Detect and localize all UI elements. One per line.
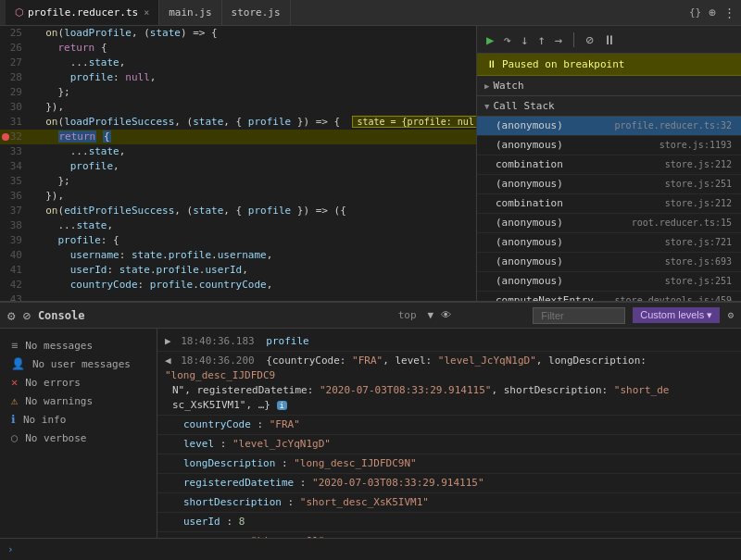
tab-bar: ⬡ profile.reducer.ts × main.js store.js …: [0, 0, 741, 26]
step-out-btn[interactable]: ↑: [535, 31, 546, 49]
code-lines: 25 on(loadProfile, (state) => { 26 retur…: [0, 26, 476, 307]
callstack-arrow-icon: ▼: [484, 102, 489, 111]
more-icon[interactable]: ⋮: [723, 6, 735, 19]
line-content-27: ...state,: [30, 56, 476, 70]
filter-info-label: No info: [23, 414, 66, 426]
line-num-42: 42: [0, 278, 30, 292]
stack-item-5[interactable]: (anonymous) root.reducer.ts:15: [477, 214, 741, 233]
tab-label: profile.reducer.ts: [28, 6, 138, 19]
expand-arrow-1[interactable]: ◀: [165, 355, 171, 367]
msg-content-0: profile: [266, 335, 308, 347]
line-content-41: userId: state.profile.userId,: [30, 263, 476, 278]
field-sep-userid: :: [226, 516, 238, 528]
code-line-39: 39 profile: {: [0, 233, 476, 248]
filter-all-label: No messages: [25, 340, 93, 352]
field-val-shortdesc: "short_desc_XsK5IVM1": [300, 496, 429, 508]
stack-fn-4: combination: [496, 196, 563, 211]
filter-all[interactable]: ≡ No messages: [0, 336, 157, 355]
filter-user-label: No user messages: [32, 358, 131, 370]
warning-icon: ⚠: [11, 394, 18, 407]
line-content-31: on(loadProfileSuccess, (state, { profile…: [30, 115, 476, 130]
line-content-42: countryCode: profile.countryCode,: [30, 278, 476, 292]
step-over-btn[interactable]: ↷: [501, 31, 512, 49]
stack-item-7[interactable]: (anonymous) store.js:693: [477, 253, 741, 272]
console-settings-icon[interactable]: ⚙: [7, 308, 15, 323]
paused-banner: ⏸ Paused on breakpoint: [477, 54, 741, 76]
console-field-country: countryCode : "FRA": [157, 416, 741, 435]
line-content-32: return {: [30, 130, 476, 144]
expand-arrow-0[interactable]: ▶: [165, 335, 171, 347]
stack-file-5: root.reducer.ts:15: [632, 216, 732, 230]
stack-file-6: store.js:721: [665, 235, 732, 250]
filter-user[interactable]: 👤 No user messages: [0, 355, 157, 373]
filter-warning[interactable]: ⚠ No warnings: [0, 392, 157, 410]
info-icon: ℹ: [11, 413, 16, 426]
line-num-33: 33: [0, 144, 30, 159]
line-content-33: ...state,: [30, 144, 476, 159]
console-toolbar: ⚙ ⊘ Console top ▼ 👁 Custom levels ▾ ⚙: [0, 303, 741, 329]
field-val-level: "level_JcYqN1gD": [232, 438, 331, 450]
tab-label-2: main.js: [169, 6, 211, 19]
tab-main-js[interactable]: main.js: [159, 0, 221, 25]
breakpoint-indicator[interactable]: [2, 133, 9, 141]
line-content-26: return {: [30, 41, 476, 56]
stack-item-0[interactable]: (anonymous) profile.reducer.ts:32: [477, 117, 741, 136]
pause-btn[interactable]: ⏸: [601, 31, 618, 49]
stack-item-2[interactable]: combination store.js:212: [477, 156, 741, 175]
stack-file-1: store.js:1193: [659, 138, 732, 153]
filter-info[interactable]: ℹ No info: [0, 410, 157, 429]
stack-fn-5: (anonymous): [496, 216, 563, 230]
filter-warning-label: No warnings: [25, 395, 93, 407]
tab-close-btn[interactable]: ×: [144, 7, 149, 18]
tab-store-js[interactable]: store.js: [222, 0, 291, 25]
line-num-28: 28: [0, 70, 30, 85]
console-messages-area[interactable]: ▶ 18:40:36.183 profile ◀ 18:40:36.200 {c…: [157, 329, 741, 538]
toolbar-divider: [573, 32, 574, 47]
field-key-regdt: registeredDatetime: [183, 477, 294, 489]
console-filter-input[interactable]: [533, 307, 625, 324]
field-key-level: level: [183, 438, 214, 450]
console-input-field[interactable]: [19, 543, 734, 555]
line-content-36: }),: [30, 189, 476, 204]
code-line-34: 34 profile,: [0, 159, 476, 174]
console-ban-icon[interactable]: ⊘: [22, 308, 30, 323]
step-into-btn[interactable]: ↓: [519, 31, 530, 49]
field-key-longdesc: longDescription: [183, 457, 275, 469]
console-input-row: ›: [0, 538, 741, 560]
timestamp-1: 18:40:36.200: [181, 355, 254, 367]
field-key-country: countryCode: [183, 418, 251, 430]
stack-item-1[interactable]: (anonymous) store.js:1193: [477, 136, 741, 156]
stack-fn-8: (anonymous): [496, 274, 563, 289]
console-field-shortdesc: shortDescription : "short_desc_XsK5IVM1": [157, 493, 741, 513]
field-val-longdesc: "long_desc_IJDFDC9N": [294, 457, 416, 469]
filter-error[interactable]: ✕ No errors: [0, 373, 157, 392]
line-content-30: }),: [30, 100, 476, 115]
tab-icon: ⬡: [15, 6, 24, 19]
scope-dropdown-icon[interactable]: ▼: [428, 309, 434, 321]
stack-item-4[interactable]: combination store.js:212: [477, 194, 741, 214]
console-field-regdt: registeredDatetime : "2020-07-03T08:33:2…: [157, 474, 741, 493]
code-line-27: 27 ...state,: [0, 56, 476, 70]
search-icon[interactable]: ⊕: [709, 6, 716, 19]
filter-verbose[interactable]: ○ No verbose: [0, 429, 157, 447]
stack-fn-7: (anonymous): [496, 255, 563, 269]
step-btn[interactable]: →: [553, 31, 564, 49]
tab-label-3: store.js: [232, 6, 281, 19]
pretty-print-icon[interactable]: {}: [689, 6, 701, 19]
stack-item-6[interactable]: (anonymous) store.js:721: [477, 233, 741, 253]
watch-label: Watch: [493, 80, 523, 92]
resume-btn[interactable]: ▶: [484, 31, 496, 49]
console-settings-icon-right[interactable]: ⚙: [727, 309, 734, 321]
field-sep-country: :: [257, 418, 269, 430]
custom-levels-btn[interactable]: Custom levels ▾: [633, 307, 720, 323]
callstack-section-header[interactable]: ▼ Call Stack: [477, 96, 741, 117]
stack-item-3[interactable]: (anonymous) store.js:251: [477, 175, 741, 194]
tab-profile-reducer[interactable]: ⬡ profile.reducer.ts ×: [6, 0, 159, 25]
deactivate-btn[interactable]: ⊘: [584, 31, 595, 49]
watch-section-header[interactable]: ▶ Watch: [477, 76, 741, 96]
stack-file-4: store.js:212: [665, 196, 732, 211]
stack-fn-1: (anonymous): [496, 138, 563, 153]
stack-item-8[interactable]: (anonymous) store.js:251: [477, 272, 741, 292]
line-num-31: 31: [0, 115, 30, 130]
eye-icon[interactable]: 👁: [441, 309, 451, 321]
